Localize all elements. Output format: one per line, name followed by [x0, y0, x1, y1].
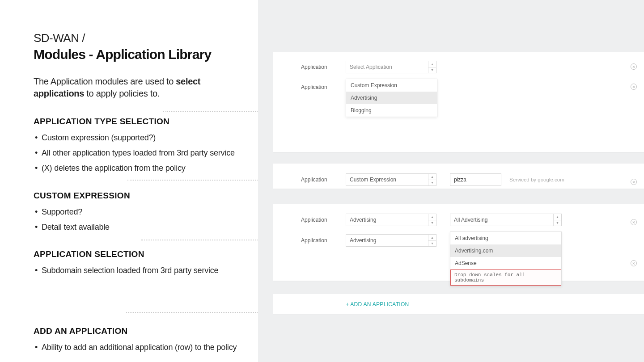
section-heading-custom: CUSTOM EXPRESSION	[34, 191, 245, 201]
intro-post: to apply policies to.	[84, 88, 160, 98]
delete-application-button[interactable]	[631, 219, 637, 225]
section-heading-app-sel: APPLICATION SELECTION	[34, 249, 245, 259]
hint-text: Serviced by google.com	[509, 177, 564, 182]
select-value: Advertising	[350, 237, 376, 244]
field-label: Application	[301, 84, 332, 90]
section-heading-add: ADD AN APPLICATION	[34, 326, 245, 336]
add-application-button[interactable]: + ADD AN APPLICATION	[346, 301, 409, 307]
page-title: Modules - Application Library	[34, 47, 245, 62]
select-value: Select Application	[350, 64, 392, 70]
subdomain-select[interactable]: All Advertising ▲▼	[450, 214, 562, 226]
delete-application-button[interactable]	[631, 179, 637, 185]
bullet: (X) deletes the application from the pol…	[34, 162, 245, 175]
section-heading-app-type: APPLICATION TYPE SELECTION	[34, 117, 245, 126]
stepper-icon[interactable]: ▲▼	[553, 214, 561, 226]
stepper-icon[interactable]: ▲▼	[428, 214, 436, 226]
stepper-icon[interactable]: ▲▼	[428, 235, 436, 246]
card-custom-expression: Application Custom Expression ▲▼ Service…	[273, 164, 644, 189]
field-label: Application	[301, 237, 332, 244]
stepper-icon[interactable]: ▲▼	[428, 61, 436, 73]
custom-expression-input[interactable]	[450, 173, 501, 186]
subdomain-dropdown: All advertising Advertising.com AdSense …	[450, 232, 562, 286]
intro-text: The Application modules are used to sele…	[34, 76, 245, 100]
dropdown-note: Drop down scales for all subdomains	[450, 269, 561, 286]
select-value: Advertising	[350, 217, 376, 223]
bullet: Detail text available	[34, 221, 245, 234]
application-type-dropdown: Custom Expression Advertising Blogging	[346, 79, 437, 117]
bullet: Ability to add an additional application…	[34, 341, 245, 354]
intro-pre: The Application modules are used to	[34, 76, 176, 86]
bullet: Supported?	[34, 206, 245, 219]
application-select[interactable]: Advertising ▲▼	[346, 234, 436, 247]
application-select[interactable]: Custom Expression ▲▼	[346, 173, 436, 186]
dropdown-option-adsense[interactable]: AdSense	[450, 257, 561, 269]
dropdown-option-advertising[interactable]: Advertising	[346, 92, 437, 104]
select-value: All Advertising	[454, 217, 487, 223]
card-app-selection: Application Advertising ▲▼ All Advertisi…	[273, 204, 644, 281]
dropdown-option-custom[interactable]: Custom Expression	[346, 79, 437, 92]
card-app-type: Application Select Application ▲▼ Applic…	[273, 52, 644, 152]
field-label: Application	[301, 177, 332, 183]
delete-application-button[interactable]	[631, 260, 637, 266]
mock-panel: Application Select Application ▲▼ Applic…	[258, 0, 644, 362]
application-select[interactable]: Advertising ▲▼	[346, 214, 436, 226]
dropdown-option-advertising-com[interactable]: Advertising.com	[450, 244, 561, 257]
bullet: All other application types loaded from …	[34, 147, 245, 160]
card-add-application: + ADD AN APPLICATION	[273, 294, 644, 314]
stepper-icon[interactable]: ▲▼	[428, 174, 436, 185]
delete-application-button[interactable]	[631, 63, 637, 70]
select-value: Custom Expression	[350, 177, 396, 183]
delete-application-button[interactable]	[631, 84, 637, 90]
field-label: Application	[301, 217, 332, 223]
bullet: Custom expression (supported?)	[34, 132, 245, 144]
breadcrumb: SD-WAN /	[34, 31, 245, 45]
field-label: Application	[301, 64, 332, 70]
dropdown-option-blogging[interactable]: Blogging	[346, 104, 437, 117]
spec-panel: SD-WAN / Modules - Application Library T…	[0, 0, 258, 362]
application-select[interactable]: Select Application ▲▼	[346, 61, 436, 73]
dropdown-option-all[interactable]: All advertising	[450, 232, 561, 244]
bullet: Subdomain selection loaded from 3rd part…	[34, 265, 245, 277]
